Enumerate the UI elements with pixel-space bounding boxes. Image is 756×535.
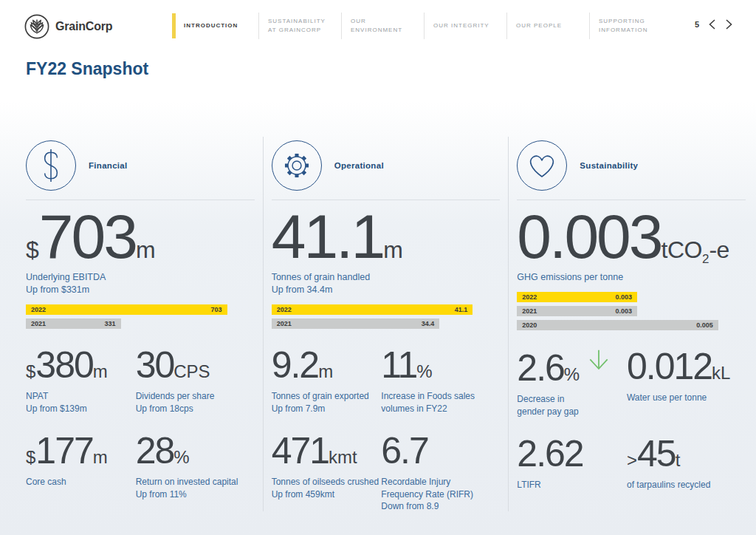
gear-icon (272, 140, 322, 191)
core-cash-stat: $177m Core cash (26, 432, 136, 500)
grain-handled-bar-chart: 202241.1 202134.4 (272, 304, 501, 329)
rifr-stat: 6.7 Recordable Injury Frequency Rate (RI… (381, 432, 500, 513)
dollar-icon (26, 140, 76, 191)
previous-page-chevron-icon[interactable] (707, 18, 716, 30)
hero-value: 703 (39, 202, 136, 271)
npat-stat: $380m NPAT Up from $139m (26, 347, 136, 415)
nav-item-supporting-information[interactable]: SUPPORTING INFORMATION (589, 13, 672, 39)
sustainability-header: Sustainability (517, 137, 746, 200)
hero-suffix-tail: -e (709, 236, 729, 263)
snapshot-columns: Financial $703m Underlying EBITDA Up fro… (26, 137, 746, 511)
section-nav: INTRODUCTION SUSTAINABILITY AT GRAINCORP… (172, 13, 672, 39)
nav-item-introduction[interactable]: INTRODUCTION (172, 13, 258, 39)
bar-2020: 20200.005 (517, 320, 718, 330)
bar-2022: 20220.003 (517, 292, 637, 302)
bar-2022: 2022703 (26, 304, 227, 315)
hero-suffix-subscript: 2 (702, 252, 709, 266)
brand-name: GrainCorp (55, 20, 112, 33)
grain-handled-hero-stat: 41.1m Tonnes of grain handled Up from 34… (272, 210, 501, 329)
page-number: 5 (695, 20, 699, 29)
tarpaulins-stat: >45t of tarpaulins recycled (627, 435, 746, 491)
dividends-stat: 30CPS Dividends per share Up from 18cps (136, 347, 255, 415)
hero-suffix: tCO (662, 236, 702, 263)
page-navigation: 5 (695, 18, 733, 30)
roic-stat: 28% Return on invested capital Up from 1… (136, 432, 255, 500)
hero-suffix: m (383, 236, 402, 263)
ebitda-hero-stat: $703m Underlying EBITDA Up from $331m 20… (26, 210, 255, 329)
nav-item-our-environment[interactable]: OUR ENVIRONMENT (341, 13, 424, 39)
bar-2022: 202241.1 (272, 304, 473, 315)
oilseeds-crushed-stat: 471kmt Tonnes of oilseeds crushed Up fro… (272, 432, 382, 513)
gender-pay-gap-stat: 2.6% Decrease in gender pay gap (517, 348, 627, 418)
financial-column: Financial $703m Underlying EBITDA Up fro… (26, 137, 255, 511)
hero-suffix: m (136, 236, 155, 263)
column-title: Sustainability (580, 161, 638, 170)
graincorp-logo: GrainCorp (24, 14, 112, 39)
nav-item-our-integrity[interactable]: OUR INTEGRITY (424, 13, 506, 39)
foods-sales-stat: 11% Increase in Foods sales volumes in F… (381, 347, 500, 415)
ghg-emissions-hero-stat: 0.003tCO2-e GHG emissions per tonne 2022… (517, 210, 746, 330)
ltifr-stat: 2.62 LTIFR (517, 435, 627, 491)
page-title: FY22 Snapshot (26, 59, 148, 79)
nav-item-sustainability-at-graincorp[interactable]: SUSTAINABILITY AT GRAINCORP (258, 13, 341, 39)
hero-label: Underlying EBITDA Up from $331m (26, 271, 255, 296)
grain-exported-stat: 9.2m Tonnes of grain exported Up from 7.… (272, 347, 382, 415)
column-title: Operational (334, 161, 384, 170)
sustainability-column: Sustainability 0.003tCO2-e GHG emissions… (508, 137, 746, 511)
next-page-chevron-icon[interactable] (724, 18, 733, 30)
hero-label: GHG emissions per tonne (517, 271, 746, 284)
report-page: GrainCorp INTRODUCTION SUSTAINABILITY AT… (0, 0, 756, 535)
financial-header: Financial (26, 137, 255, 200)
currency-prefix: $ (26, 236, 39, 263)
wheat-icon (24, 14, 49, 39)
column-title: Financial (89, 161, 128, 170)
hero-value: 0.003 (517, 202, 661, 271)
ghg-bar-chart: 20220.003 20210.003 20200.005 (517, 292, 746, 330)
nav-item-our-people[interactable]: OUR PEOPLE (506, 13, 589, 39)
decrease-arrow-icon (585, 348, 612, 376)
operational-column: Operational 41.1m Tonnes of grain handle… (263, 137, 501, 511)
ebitda-bar-chart: 2022703 2021331 (26, 304, 255, 329)
bar-2021: 2021331 (26, 318, 121, 329)
hero-value: 41.1 (272, 202, 384, 271)
water-use-stat: 0.012kL Water use per tonne (627, 348, 746, 418)
active-tab-indicator (172, 13, 176, 38)
top-nav-bar: GrainCorp INTRODUCTION SUSTAINABILITY AT… (0, 0, 756, 52)
operational-header: Operational (272, 137, 501, 200)
bar-2021: 202134.4 (272, 318, 440, 329)
hero-label: Tonnes of grain handled Up from 34.4m (272, 271, 501, 296)
heart-icon (517, 140, 567, 191)
bar-2021: 20210.003 (517, 306, 637, 316)
